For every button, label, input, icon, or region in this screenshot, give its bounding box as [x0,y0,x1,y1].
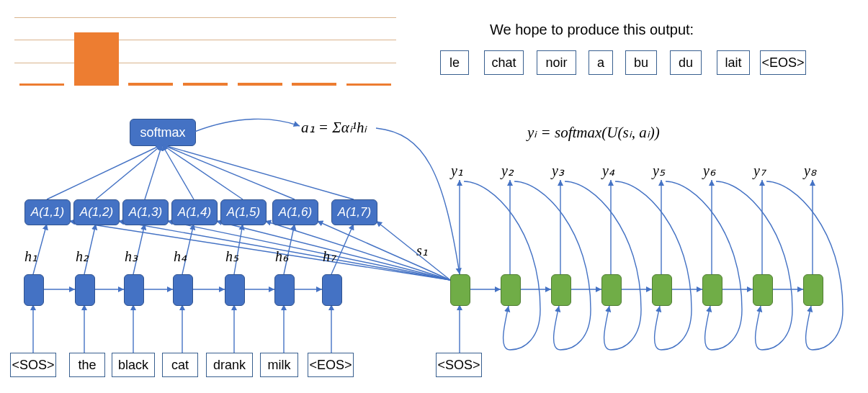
attention-bar-chart [14,17,396,86]
y-label-1: y₂ [501,162,514,179]
formula-yi: yᵢ = softmax(U(sᵢ, aᵢ)) [527,124,660,142]
attention-score-4: A(1,5) [220,199,267,225]
svg-line-21 [96,145,162,199]
output-token-4: bu [625,50,657,75]
attention-score-2: A(1,3) [122,199,169,225]
encoder-cell-1 [75,274,95,306]
y-label-4: y₅ [653,162,665,179]
diagram-root: softmax a₁ = Σαᵢ¹hᵢ yᵢ = softmax(U(sᵢ, a… [0,0,868,393]
h-label-3: h₄ [174,248,187,265]
h-label-1: h₂ [76,248,89,265]
output-token-2: noir [537,50,576,75]
chart-bar-5 [292,83,336,86]
chart-bar-1 [74,32,119,86]
output-token-1: chat [484,50,524,75]
h-label-4: h₅ [225,248,238,265]
decoder-sos-token: <SOS> [436,353,482,377]
output-token-7: <EOS> [760,50,806,75]
svg-line-49 [376,221,450,280]
attention-score-6: A(1,7) [331,199,377,225]
svg-line-45 [167,221,450,280]
attention-score-5: A(1,6) [272,199,318,225]
encoder-cell-4 [225,274,245,306]
encoder-cell-2 [124,274,144,306]
y-label-3: y₄ [602,162,614,179]
decoder-cell-7 [803,274,823,306]
softmax-node: softmax [130,119,196,146]
input-token-3: cat [162,353,198,377]
s1-label: s₁ [416,242,428,259]
attention-score-0: A(1,1) [24,199,71,225]
y-label-6: y₇ [753,162,766,179]
y-label-2: y₃ [552,162,564,179]
svg-line-48 [317,221,450,280]
chart-bar-3 [183,83,228,86]
svg-line-22 [145,145,162,199]
svg-line-23 [162,145,194,199]
h-label-0: h₁ [24,248,37,265]
output-token-3: a [589,50,613,75]
chart-bar-6 [346,83,391,86]
formula-a1: a₁ = Σαᵢ¹hᵢ [301,119,367,137]
h-label-5: h₆ [275,248,288,265]
output-token-6: lait [717,50,750,75]
svg-line-24 [162,145,243,199]
decoder-cell-1 [501,274,521,306]
svg-line-26 [162,145,354,199]
decoder-cell-3 [601,274,622,306]
svg-line-25 [162,145,295,199]
decoder-cell-4 [652,274,672,306]
h-label-2: h₃ [125,248,138,265]
encoder-cell-5 [274,274,295,306]
input-token-0: <SOS> [10,353,56,377]
encoder-cell-0 [24,274,44,306]
input-token-4: drank [206,353,253,377]
encoder-cell-6 [322,274,342,306]
input-token-1: the [69,353,105,377]
y-label-7: y₈ [804,162,816,179]
y-label-0: y₁ [451,162,463,179]
output-caption: We hope to produce this output: [490,22,694,38]
decoder-cell-0 [450,274,470,306]
decoder-cell-2 [551,274,571,306]
input-token-5: milk [260,353,298,377]
decoder-cell-6 [753,274,773,306]
output-token-0: le [440,50,469,75]
h-label-6: h₇ [323,248,336,265]
output-token-5: du [670,50,702,75]
y-label-5: y₆ [703,162,715,179]
attention-score-1: A(1,2) [73,199,120,225]
input-token-6: <EOS> [308,353,354,377]
decoder-cell-5 [702,274,722,306]
chart-bar-2 [128,83,173,86]
svg-line-20 [47,145,162,199]
encoder-cell-3 [173,274,193,306]
chart-bar-4 [238,83,282,86]
chart-bar-0 [19,83,64,86]
input-token-2: black [112,353,155,377]
attention-score-3: A(1,4) [171,199,218,225]
